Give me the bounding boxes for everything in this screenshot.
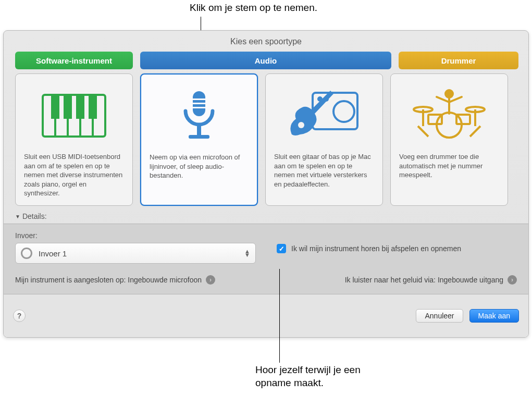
- svg-rect-6: [64, 95, 72, 119]
- svg-rect-10: [192, 98, 206, 100]
- card-drummer[interactable]: Voeg een drummer toe die automatisch met…: [390, 73, 508, 206]
- disclosure-triangle-icon: ▼: [15, 214, 20, 219]
- cancel-button[interactable]: Annuleer: [416, 309, 463, 323]
- monitor-checkbox[interactable]: ✓: [277, 244, 286, 253]
- footer: ? Annuleer Maak aan: [4, 294, 528, 337]
- keyboard-icon: [32, 84, 116, 147]
- svg-rect-11: [192, 103, 206, 104]
- callout-line-bottom: [279, 269, 280, 363]
- card-software-instrument[interactable]: Sluit een USB MIDI-toetsenbord aan om af…: [15, 73, 133, 206]
- card-audio-mic[interactable]: Neem op via een microfoon of lijninvoer,…: [140, 73, 258, 206]
- track-type-panel: Kies een spoortype Software-instrument A…: [3, 30, 529, 338]
- listening-output-link[interactable]: Ik luister naar het geluid via: Ingebouw…: [345, 275, 517, 285]
- cards-row: Sluit een USB MIDI-toetsenbord aan om af…: [4, 69, 528, 206]
- help-button[interactable]: ?: [13, 310, 26, 322]
- input-field-label: Invoer:: [15, 231, 256, 240]
- tab-software-instrument[interactable]: Software-instrument: [15, 52, 133, 69]
- input-dropdown[interactable]: Invoer 1 ▲▼: [15, 243, 256, 264]
- svg-point-19: [298, 122, 304, 128]
- annotation-bottom: Hoor jezelf terwijl je een opname maakt.: [255, 364, 391, 389]
- card-guitar-text: Sluit een gitaar of bas op je Mac aan om…: [274, 152, 374, 189]
- input-dropdown-value: Invoer 1: [39, 249, 67, 258]
- svg-rect-13: [197, 125, 201, 136]
- card-drummer-text: Voeg een drummer toe die automatisch met…: [399, 152, 499, 180]
- tab-audio[interactable]: Audio: [140, 52, 391, 69]
- drummer-icon: [407, 84, 491, 147]
- chevron-right-icon: ›: [508, 275, 517, 285]
- dropdown-caret-icon: ▲▼: [244, 250, 250, 257]
- panel-title: Kies een spoortype: [4, 31, 528, 52]
- microphone-icon: [157, 85, 241, 147]
- chevron-right-icon: ›: [206, 275, 215, 285]
- details-toggle[interactable]: ▼ Details:: [4, 206, 528, 224]
- svg-point-16: [333, 101, 354, 122]
- listening-output-text: Ik luister naar het geluid via: Ingebouw…: [345, 276, 503, 284]
- guitar-amp-icon: [282, 84, 366, 147]
- details-toggle-label: Details:: [22, 212, 47, 220]
- instrument-connected-link[interactable]: Mijn instrument is aangesloten op: Ingeb…: [15, 275, 215, 285]
- tabs-row: Software-instrument Audio Drummer: [4, 52, 528, 69]
- card-audio-guitar[interactable]: Sluit een gitaar of bas op je Mac aan om…: [265, 73, 383, 206]
- details-body: Invoer: Invoer 1 ▲▼ ✓ Ik wil mijn instru…: [4, 224, 528, 294]
- svg-rect-12: [192, 107, 206, 108]
- create-button[interactable]: Maak aan: [469, 309, 519, 323]
- svg-rect-8: [89, 95, 97, 119]
- svg-line-28: [418, 126, 428, 137]
- tab-drummer[interactable]: Drummer: [399, 52, 518, 69]
- svg-rect-7: [76, 95, 84, 119]
- svg-line-29: [470, 126, 480, 137]
- instrument-connected-text: Mijn instrument is aangesloten op: Ingeb…: [15, 276, 202, 284]
- card-mic-text: Neem op via een microfoon of lijninvoer,…: [150, 153, 249, 180]
- card-software-text: Sluit een USB MIDI-toetsenbord aan om af…: [24, 152, 124, 198]
- svg-point-20: [444, 89, 454, 98]
- annotation-top: Klik om je stem op te nemen.: [190, 2, 317, 14]
- monitor-checkbox-label: Ik wil mijn instrument horen bij afspele…: [291, 244, 461, 253]
- svg-rect-14: [189, 135, 209, 139]
- input-channel-icon: [21, 248, 32, 259]
- svg-rect-5: [51, 95, 59, 119]
